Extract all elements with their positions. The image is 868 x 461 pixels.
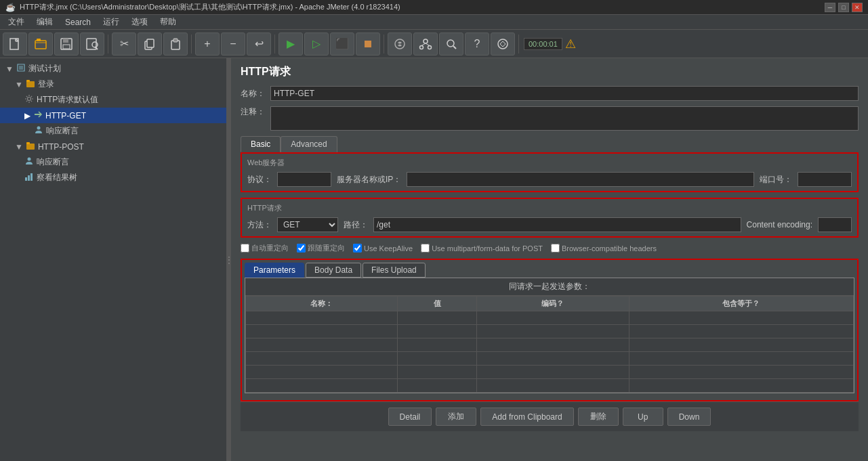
chart-icon — [24, 172, 34, 183]
browser-headers-checkbox[interactable] — [551, 244, 560, 253]
sep1 — [108, 35, 108, 53]
toolbar-copy[interactable] — [138, 32, 162, 56]
sidebar-item-label: 察看结果树 — [37, 172, 77, 183]
toolbar-shutdown[interactable]: ⏹ — [356, 32, 380, 56]
sidebar-item-testplan[interactable]: ▼ 测试计划 — [0, 61, 226, 76]
toolbar-undo[interactable]: ↩ — [247, 32, 271, 56]
sidebar-item-view-results[interactable]: 察看结果树 — [0, 170, 226, 185]
svg-rect-37 — [30, 173, 33, 181]
server-input[interactable] — [407, 172, 754, 187]
table-row — [246, 338, 854, 352]
toolbar-paste[interactable] — [163, 32, 188, 56]
menu-file[interactable]: 文件 — [3, 15, 30, 29]
http-request-section: HTTP请求 方法： GET POST PUT DELETE HEAD OPTI… — [241, 198, 859, 238]
path-input[interactable] — [373, 217, 741, 232]
toolbar-save-as[interactable] — [80, 32, 104, 56]
menu-help[interactable]: 帮助 — [154, 15, 182, 29]
sidebar-item-label: HTTP请求默认值 — [37, 94, 98, 106]
maximize-button[interactable]: □ — [838, 3, 849, 12]
main-tabs: Basic Advanced — [241, 136, 859, 152]
toolbar-whatsnew[interactable] — [491, 32, 515, 56]
menu-bar: 文件 编辑 Search 运行 选项 帮助 — [0, 15, 868, 30]
sidebar-item-assertion2[interactable]: 响应断言 — [0, 154, 226, 170]
subtab-files-upload[interactable]: Files Upload — [363, 263, 426, 278]
comment-textarea[interactable] — [270, 106, 859, 131]
table-row — [246, 352, 854, 366]
delete-button[interactable]: 删除 — [578, 408, 619, 426]
sidebar-item-assertion1[interactable]: 响应断言 — [0, 123, 226, 139]
sidebar-item-http-get[interactable]: ▶ HTTP-GET — [0, 108, 226, 123]
svg-line-20 — [426, 43, 430, 46]
port-input[interactable] — [798, 172, 852, 187]
folder-icon — [26, 141, 35, 152]
down-button[interactable]: Down — [667, 408, 711, 426]
toolbar-add[interactable]: + — [195, 32, 220, 56]
subtab-parameters[interactable]: Parameters — [245, 263, 304, 278]
svg-rect-7 — [63, 45, 70, 49]
request-icon — [33, 110, 43, 121]
up-button[interactable]: Up — [623, 408, 663, 426]
toolbar-stop[interactable]: ⬛ — [330, 32, 354, 56]
sidebar-item-label: 响应断言 — [46, 125, 79, 137]
expand-icon: ▼ — [15, 142, 23, 152]
svg-line-19 — [421, 43, 426, 46]
tab-basic[interactable]: Basic — [241, 136, 281, 152]
timer-display: 00:00:01 — [524, 38, 562, 50]
close-button[interactable]: ✕ — [852, 3, 863, 12]
method-select[interactable]: GET POST PUT DELETE HEAD OPTIONS PATCH — [277, 217, 338, 232]
sidebar-item-http-post[interactable]: ▼ HTTP-POST — [0, 139, 226, 154]
toolbar-cut[interactable]: ✂ — [112, 32, 136, 56]
toolbar-save[interactable] — [54, 32, 79, 56]
table-row — [246, 325, 854, 338]
multipart-checkbox[interactable] — [421, 244, 430, 253]
col-value: 值 — [398, 297, 477, 311]
add-from-clipboard-button[interactable]: Add from Clipboard — [480, 408, 573, 426]
keepalive-checkbox[interactable] — [353, 244, 362, 253]
minimize-button[interactable]: ─ — [825, 3, 835, 12]
name-input[interactable] — [270, 86, 859, 101]
browser-headers-checkbox-item: Browser-compatible headers — [551, 244, 657, 253]
sidebar-item-http-defaults[interactable]: HTTP请求默认值 — [0, 92, 226, 108]
menu-search[interactable]: Search — [60, 16, 96, 28]
params-table: 名称： 值 编码？ 包含等于？ — [245, 296, 854, 393]
menu-run[interactable]: 运行 — [98, 15, 125, 29]
toolbar-remove[interactable]: − — [221, 32, 245, 56]
multipart-checkbox-item: Use multipart/form-data for POST — [421, 244, 543, 253]
subtab-body-data[interactable]: Body Data — [306, 263, 361, 278]
encoding-input[interactable] — [818, 217, 852, 232]
auto-redirect-checkbox[interactable] — [241, 244, 249, 253]
port-label: 端口号： — [760, 174, 792, 185]
toolbar-search[interactable] — [439, 32, 463, 56]
toolbar-start[interactable]: ▶ — [278, 32, 303, 56]
protocol-label: 协议： — [247, 174, 272, 185]
panel-title: HTTP请求 — [241, 65, 859, 79]
svg-point-23 — [498, 39, 508, 49]
tab-advanced[interactable]: Advanced — [281, 136, 337, 152]
follow-redirect-checkbox[interactable] — [297, 244, 306, 253]
sidebar-item-label: HTTP-POST — [38, 142, 84, 152]
toolbar-help[interactable]: ? — [465, 32, 489, 56]
toolbar-open[interactable] — [28, 32, 53, 56]
toolbar-new[interactable] — [3, 32, 27, 56]
params-section: 同请求一起发送参数： 名称： 值 编码？ 包含等于？ — [245, 278, 854, 393]
main-layout: ▼ 测试计划 ▼ 登录 HTTP请求默认值 ▶ HTT — [0, 58, 868, 461]
toolbar-templates[interactable] — [388, 32, 412, 56]
menu-options[interactable]: 选项 — [126, 15, 153, 29]
detail-button[interactable]: Detail — [388, 408, 432, 426]
title-bar: ☕ HTTP请求.jmx (C:\Users\Administrator\Des… — [0, 0, 868, 15]
name-label: 名称： — [241, 88, 265, 100]
person-icon — [24, 156, 34, 168]
svg-rect-29 — [26, 80, 30, 82]
follow-redirect-label: 跟随重定向 — [308, 243, 345, 253]
toolbar-remote[interactable] — [413, 32, 438, 56]
protocol-input[interactable] — [277, 172, 331, 187]
toolbar-start-no-pause[interactable]: ▷ — [304, 32, 329, 56]
web-server-title: Web服务器 — [247, 158, 852, 168]
http-request-title: HTTP请求 — [247, 203, 852, 213]
server-label: 服务器名称或IP： — [337, 174, 401, 185]
sub-tabs: Parameters Body Data Files Upload — [245, 263, 854, 278]
svg-point-31 — [37, 127, 41, 130]
menu-edit[interactable]: 编辑 — [31, 15, 58, 29]
add-button[interactable]: 添加 — [436, 408, 476, 426]
sidebar-item-login[interactable]: ▼ 登录 — [0, 76, 226, 92]
